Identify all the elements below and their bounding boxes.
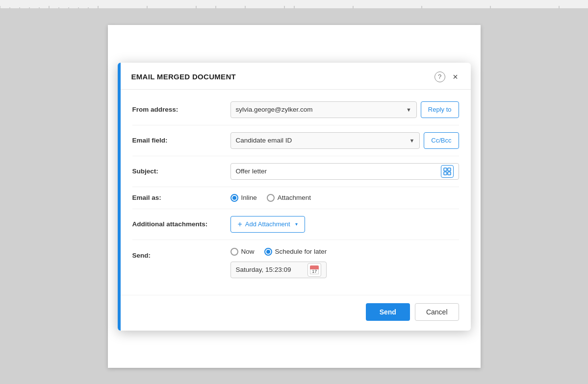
document-page: EMAIL MERGED DOCUMENT ? × From address: … [108,25,481,368]
subject-field[interactable]: Offer letter [230,163,459,180]
subject-label: Subject: [132,168,230,175]
send-radio-group: Now Schedule for later [230,248,327,256]
add-attachment-button[interactable]: + Add Attachment ▾ [230,216,305,233]
reply-to-button[interactable]: Reply to [421,101,459,118]
datetime-field[interactable]: Saturday, 15:23:09 17 [230,262,327,278]
add-attachment-chevron: ▾ [295,221,298,227]
svg-rect-23 [444,172,447,175]
help-icon[interactable]: ? [435,72,445,82]
email-as-label: Email as: [132,194,230,201]
from-address-value: sylvia.george@zylker.com [236,106,313,113]
cal-bottom: 17 [310,269,319,274]
additional-attachments-control: + Add Attachment ▾ [230,216,459,233]
email-field-arrow: ▼ [409,138,414,144]
dialog-footer: Send Cancel [121,295,471,331]
send-row: Send: Now Schedu [132,240,459,285]
inline-radio[interactable]: Inline [230,194,257,202]
inline-radio-circle[interactable] [230,194,238,202]
schedule-radio-circle[interactable] [264,248,272,256]
now-radio-circle[interactable] [230,248,238,256]
calendar-icon-inner: 17 [310,265,319,274]
email-as-radio-group: Inline Attachment [230,194,311,202]
attachment-radio-circle[interactable] [267,194,275,202]
modal-overlay: EMAIL MERGED DOCUMENT ? × From address: … [108,25,481,368]
email-as-row: Email as: Inline Attachment [132,187,459,209]
schedule-radio[interactable]: Schedule for later [264,248,327,256]
from-address-row: From address: sylvia.george@zylker.com ▼… [132,95,459,125]
cc-bcc-button[interactable]: Cc/Bcc [424,132,459,149]
attachment-radio-label: Attachment [278,194,311,201]
attachment-radio[interactable]: Attachment [267,194,311,202]
dialog-accent-bar [118,63,121,331]
cancel-button[interactable]: Cancel [415,303,459,321]
send-label: Send: [132,248,230,259]
email-merged-dialog: EMAIL MERGED DOCUMENT ? × From address: … [118,63,471,331]
from-address-arrow: ▼ [406,107,411,113]
send-button[interactable]: Send [366,303,410,321]
svg-rect-24 [448,172,451,175]
dialog-header-actions: ? × [435,72,461,82]
email-as-control: Inline Attachment [230,194,459,202]
ruler [0,0,588,9]
inline-radio-label: Inline [241,194,257,201]
subject-row: Subject: Offer letter [132,156,459,187]
email-field-control: Candidate email ID ▼ Cc/Bcc [230,132,459,149]
email-field-label: Email field: [132,137,230,144]
from-address-label: From address: [132,106,230,113]
send-control: Now Schedule for later Saturday, 15:23:0… [230,248,459,278]
from-address-select[interactable]: sylvia.george@zylker.com ▼ [230,101,417,118]
merge-field-icon[interactable] [441,165,454,178]
now-radio[interactable]: Now [230,248,255,256]
close-icon[interactable]: × [450,72,461,82]
schedule-radio-label: Schedule for later [275,248,327,255]
email-field-row: Email field: Candidate email ID ▼ Cc/Bcc [132,125,459,156]
document-area: EMAIL MERGED DOCUMENT ? × From address: … [0,9,588,384]
dialog-header: EMAIL MERGED DOCUMENT ? × [121,63,471,90]
datetime-value: Saturday, 15:23:09 [236,266,291,273]
email-field-select[interactable]: Candidate email ID ▼ [230,132,420,149]
now-radio-label: Now [241,248,255,255]
calendar-icon[interactable]: 17 [307,263,321,277]
from-address-control: sylvia.george@zylker.com ▼ Reply to [230,101,459,118]
subject-value: Offer letter [236,168,267,175]
additional-attachments-row: Additional attachments: + Add Attachment… [132,209,459,240]
add-icon: + [238,220,242,228]
subject-control: Offer letter [230,163,459,180]
dialog-body: From address: sylvia.george@zylker.com ▼… [121,90,471,295]
svg-rect-22 [448,168,451,171]
add-attachment-label: Add Attachment [245,220,290,228]
additional-attachments-label: Additional attachments: [132,220,230,228]
dialog-title: EMAIL MERGED DOCUMENT [131,72,236,81]
email-field-value: Candidate email ID [236,137,292,144]
send-options: Now Schedule for later Saturday, 15:23:0… [230,248,327,278]
svg-rect-21 [444,168,447,171]
